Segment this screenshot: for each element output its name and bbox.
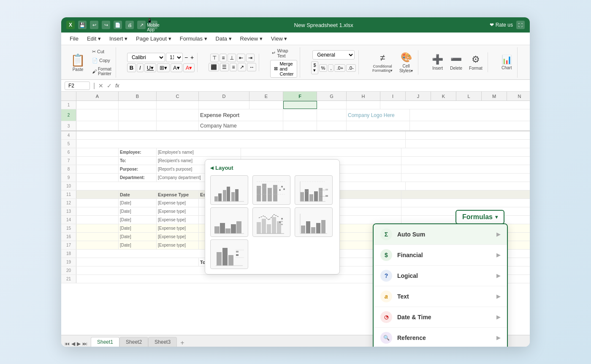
cell-a14[interactable] xyxy=(76,216,119,224)
next-sheet-btn[interactable]: ▶ xyxy=(77,341,81,347)
col-header-d[interactable]: D xyxy=(199,92,249,101)
formula-item-text[interactable]: a Text ▶ xyxy=(374,286,507,307)
currency-btn[interactable]: $ ▾ xyxy=(311,61,318,74)
cell-c12[interactable]: [Expense type] xyxy=(157,199,199,207)
chart-thumb-1[interactable] xyxy=(210,175,248,205)
col-header-m[interactable]: M xyxy=(482,92,507,101)
menu-review[interactable]: Review ▾ xyxy=(237,34,266,43)
decrease-decimal-btn[interactable]: .0- xyxy=(346,64,356,72)
undo-icon[interactable]: ↩ xyxy=(90,21,98,29)
col-header-f[interactable]: F xyxy=(283,92,317,101)
font-name-selector[interactable]: Calibri xyxy=(127,53,165,62)
cell-b14[interactable]: [Date] xyxy=(119,216,157,224)
cell-c3[interactable] xyxy=(157,121,199,130)
col-header-h[interactable]: H xyxy=(347,92,380,101)
cell-d3[interactable]: Company Name xyxy=(199,121,283,130)
col-header-j[interactable]: J xyxy=(406,92,431,101)
cell-g3[interactable] xyxy=(317,121,347,130)
print-icon[interactable]: 🖨 xyxy=(125,21,134,29)
number-format-selector[interactable]: General xyxy=(312,50,355,60)
paste-button[interactable]: 📋 Paste xyxy=(67,52,89,73)
indent-decrease-btn[interactable]: ⇤ xyxy=(237,54,245,62)
cell-a17[interactable] xyxy=(76,241,119,249)
col-header-e[interactable]: E xyxy=(249,92,283,101)
border-btn[interactable]: ⊞▾ xyxy=(157,63,170,72)
cell-e1[interactable] xyxy=(249,101,283,109)
comma-btn[interactable]: , xyxy=(328,64,333,72)
align-left-btn[interactable]: ⬛ xyxy=(209,63,219,71)
font-size-selector[interactable]: 11 xyxy=(166,53,183,62)
cell-c17[interactable]: [Expense type] xyxy=(157,241,199,249)
cell-row5[interactable] xyxy=(76,140,406,148)
menu-view[interactable]: View ▾ xyxy=(268,34,291,43)
format-painter-button[interactable]: 🖌 Format Painter xyxy=(90,66,113,77)
chart-thumb-7[interactable] xyxy=(210,239,248,269)
align-top-btn[interactable]: ⊤ xyxy=(210,54,219,62)
redo-icon[interactable]: ↪ xyxy=(102,21,110,29)
copy-button[interactable]: 📄 Copy xyxy=(90,57,113,64)
rate-us-btn[interactable]: ❤ Rate us xyxy=(490,22,513,28)
mobile-icon[interactable]: 📱 Mobile App xyxy=(149,21,157,29)
cell-a6[interactable] xyxy=(76,148,119,156)
rtl-btn[interactable]: ↔ xyxy=(247,63,256,71)
last-sheet-btn[interactable]: ⏭ xyxy=(82,341,87,347)
cell-row21[interactable] xyxy=(76,275,406,283)
cell-c14[interactable]: [Expense type] xyxy=(157,216,199,224)
prev-sheet-btn[interactable]: ◀ xyxy=(71,341,75,347)
cell-styles-button[interactable]: 🎨 CellStyles▾ xyxy=(397,50,415,75)
insert-function-btn[interactable]: fx xyxy=(115,83,119,89)
chart-button[interactable]: 📊 Chart xyxy=(499,53,515,72)
align-center-btn[interactable]: ☰ xyxy=(220,63,229,71)
cell-h2[interactable]: Company Logo Here xyxy=(347,109,410,121)
share-icon[interactable]: ↗ xyxy=(137,21,146,29)
font-color-btn[interactable]: A▾ xyxy=(183,63,195,72)
add-sheet-btn[interactable]: + xyxy=(177,339,187,347)
cell-c13[interactable]: [Expense type] xyxy=(157,207,199,215)
chart-thumb-2[interactable] xyxy=(252,175,290,205)
col-header-i[interactable]: I xyxy=(380,92,406,101)
cell-a8[interactable] xyxy=(76,165,119,173)
percent-btn[interactable]: % xyxy=(319,64,328,72)
cell-c6[interactable]: [Employee's name] xyxy=(157,148,241,156)
underline-btn[interactable]: U▾ xyxy=(144,63,156,72)
cell-b7[interactable]: To: xyxy=(119,157,157,165)
cell-d1[interactable] xyxy=(199,101,249,109)
cell-a1[interactable] xyxy=(76,101,119,109)
menu-edit[interactable]: Edit ▾ xyxy=(84,34,104,43)
menu-file[interactable]: File xyxy=(66,34,82,43)
confirm-formula-btn[interactable]: ✓ xyxy=(107,82,112,89)
cell-a12[interactable] xyxy=(76,199,119,207)
cell-c16[interactable]: [Expense type] xyxy=(157,233,199,241)
cell-f3[interactable] xyxy=(283,121,317,130)
cell-b13[interactable]: [Date] xyxy=(119,207,157,215)
format-button[interactable]: ⚙ Format xyxy=(466,52,485,72)
formula-item-autosum[interactable]: Σ Auto Sum ▶ xyxy=(374,224,507,245)
col-header-n[interactable]: N xyxy=(507,92,530,101)
cell-g1[interactable] xyxy=(317,101,347,109)
formula-input[interactable] xyxy=(123,83,527,89)
cell-c11[interactable]: Expense Type xyxy=(157,190,199,198)
menu-data[interactable]: Data ▾ xyxy=(212,34,235,43)
delete-button[interactable]: ➖ Delete xyxy=(447,52,465,72)
cell-a2[interactable] xyxy=(76,109,119,121)
maximize-icon[interactable]: ⛶ xyxy=(516,21,525,29)
menu-formulas[interactable]: Formulas ▾ xyxy=(176,34,211,43)
save-icon[interactable]: 💾 xyxy=(78,21,87,29)
cell-c1[interactable] xyxy=(157,101,199,109)
sheet-tab-2[interactable]: Sheet2 xyxy=(119,337,148,347)
cell-a11[interactable] xyxy=(76,190,119,198)
chart-thumb-4[interactable] xyxy=(210,207,248,237)
cell-a9[interactable] xyxy=(76,174,119,182)
formula-item-datetime[interactable]: ◔ Date & Time ▶ xyxy=(374,307,507,328)
cell-g2[interactable] xyxy=(317,109,347,121)
col-header-c[interactable]: C xyxy=(157,92,199,101)
cell-b3[interactable] xyxy=(119,121,157,130)
cell-d2[interactable]: Expense Report xyxy=(199,109,283,121)
formula-item-reference[interactable]: 🔍 Reference ▶ xyxy=(374,328,507,347)
cell-a16[interactable] xyxy=(76,233,119,241)
cell-total-label[interactable] xyxy=(76,258,199,266)
insert-button[interactable]: ➕ Insert xyxy=(429,52,446,72)
first-sheet-btn[interactable]: ⏮ xyxy=(65,341,70,347)
cell-b11[interactable]: Date xyxy=(119,190,157,198)
cell-b8[interactable]: Purpose: xyxy=(119,165,157,173)
